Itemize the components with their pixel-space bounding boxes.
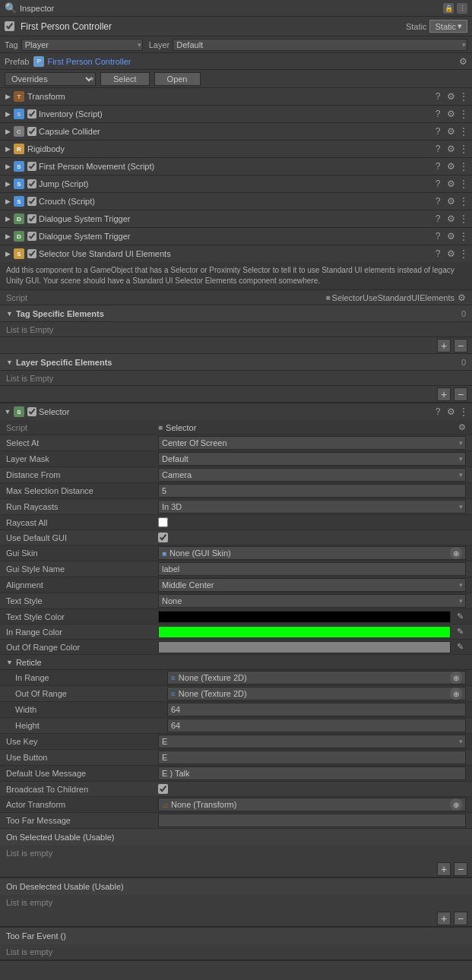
- dialogue2-settings-icon[interactable]: ⚙: [445, 231, 456, 242]
- reticle-section-header[interactable]: ▼ Reticle: [0, 655, 472, 670]
- inventory-more-icon[interactable]: ⋮: [458, 109, 469, 119]
- capsule-enabled-checkbox[interactable]: [27, 127, 36, 136]
- on-deselected-usable-remove-button[interactable]: −: [454, 912, 467, 925]
- capsule-settings-icon[interactable]: ⚙: [445, 126, 456, 137]
- overrides-select[interactable]: Overrides: [5, 72, 96, 86]
- prefab-gear-icon[interactable]: ⚙: [459, 56, 467, 67]
- tag-specific-section-header[interactable]: ▼ Tag Specific Elements 0: [0, 305, 472, 322]
- reticle-height-input[interactable]: [167, 719, 466, 732]
- in-range-color-swatch[interactable]: [158, 626, 451, 638]
- selector-more-icon[interactable]: ⋮: [458, 406, 469, 417]
- crouch-settings-icon[interactable]: ⚙: [445, 196, 456, 207]
- crouch-help-icon[interactable]: ?: [432, 196, 443, 207]
- fps-enabled-checkbox[interactable]: [27, 162, 36, 171]
- fps-settings-icon[interactable]: ⚙: [445, 161, 456, 172]
- capsule-more-icon[interactable]: ⋮: [458, 126, 469, 137]
- raycast-all-checkbox[interactable]: [158, 517, 168, 527]
- selector-script-gear-icon[interactable]: ⚙: [458, 422, 466, 432]
- object-enabled-checkbox[interactable]: [5, 21, 14, 31]
- tag-specific-add-button[interactable]: +: [437, 339, 451, 352]
- dialogue2-enabled-checkbox[interactable]: [27, 232, 36, 241]
- on-selected-usable-add-button[interactable]: +: [437, 862, 451, 876]
- dialogue2-help-icon[interactable]: ?: [432, 231, 443, 242]
- reticle-width-input[interactable]: [167, 703, 466, 716]
- inventory-header[interactable]: ▶ S Inventory (Script) ? ⚙ ⋮: [0, 106, 472, 122]
- selector-ui-header[interactable]: ▶ S Selector Use Standard UI Elements ? …: [0, 245, 472, 262]
- text-style-color-picker-icon[interactable]: ✎: [454, 611, 466, 623]
- jump-more-icon[interactable]: ⋮: [458, 179, 469, 189]
- actor-transform-add-icon[interactable]: ⊕: [450, 798, 462, 811]
- max-selection-distance-input[interactable]: [158, 484, 466, 498]
- out-of-range-color-picker-icon[interactable]: ✎: [454, 641, 466, 653]
- dialogue1-more-icon[interactable]: ⋮: [458, 213, 469, 224]
- text-style-color-swatch[interactable]: [158, 611, 451, 623]
- transform-more-icon[interactable]: ⋮: [458, 91, 469, 102]
- too-far-msg-input[interactable]: [158, 814, 466, 827]
- selector-ui-more-icon[interactable]: ⋮: [458, 248, 469, 259]
- out-of-range-color-swatch[interactable]: [158, 641, 451, 653]
- select-button[interactable]: Select: [100, 72, 150, 86]
- selector-help-icon[interactable]: ?: [432, 406, 443, 417]
- on-deselected-usable-add-button[interactable]: +: [437, 912, 451, 925]
- selector-script-value[interactable]: Selector: [166, 423, 455, 432]
- jump-header[interactable]: ▶ S Jump (Script) ? ⚙ ⋮: [0, 175, 472, 192]
- jump-enabled-checkbox[interactable]: [27, 179, 36, 188]
- layer-select[interactable]: Default: [173, 39, 467, 51]
- use-key-select[interactable]: E: [158, 735, 466, 748]
- lock-icon[interactable]: 🔒: [443, 3, 454, 14]
- layer-mask-select[interactable]: Default: [158, 452, 466, 466]
- select-at-select[interactable]: Center Of Screen: [158, 436, 466, 450]
- rigidbody-more-icon[interactable]: ⋮: [458, 144, 469, 154]
- more-options-icon[interactable]: ⋮: [457, 3, 467, 14]
- inventory-help-icon[interactable]: ?: [432, 109, 443, 119]
- layer-specific-add-button[interactable]: +: [437, 387, 451, 401]
- broadcast-to-children-checkbox[interactable]: [158, 784, 168, 794]
- crouch-header[interactable]: ▶ S Crouch (Script) ? ⚙ ⋮: [0, 193, 472, 210]
- distance-from-select[interactable]: Camera: [158, 468, 466, 482]
- static-button[interactable]: Static ▾: [429, 20, 467, 33]
- capsule-help-icon[interactable]: ?: [432, 126, 443, 137]
- text-style-select[interactable]: None: [158, 594, 466, 608]
- selector-ui-script-value[interactable]: SelectorUseStandardUIElements: [332, 293, 455, 302]
- alignment-select[interactable]: Middle Center: [158, 578, 466, 592]
- reticle-in-range-add-icon[interactable]: ⊕: [450, 672, 462, 684]
- jump-help-icon[interactable]: ?: [432, 179, 443, 189]
- rigidbody-help-icon[interactable]: ?: [432, 144, 443, 154]
- dialogue1-settings-icon[interactable]: ⚙: [445, 213, 456, 224]
- open-button[interactable]: Open: [154, 72, 201, 86]
- in-range-color-picker-icon[interactable]: ✎: [454, 626, 466, 638]
- fps-more-icon[interactable]: ⋮: [458, 161, 469, 172]
- reticle-out-range-add-icon[interactable]: ⊕: [450, 688, 462, 700]
- fps-movement-header[interactable]: ▶ S First Person Movement (Script) ? ⚙ ⋮: [0, 158, 472, 175]
- selector-ui-script-gear-icon[interactable]: ⚙: [458, 292, 466, 303]
- dialogue1-help-icon[interactable]: ?: [432, 213, 443, 224]
- gui-style-name-input[interactable]: [158, 562, 466, 576]
- selector-component-header[interactable]: ▼ S Selector ? ⚙ ⋮: [0, 403, 472, 420]
- layer-specific-remove-button[interactable]: −: [454, 387, 467, 401]
- run-raycasts-select[interactable]: In 3D: [158, 500, 466, 514]
- gui-skin-add-icon[interactable]: ⊕: [450, 547, 462, 559]
- transform-help-icon[interactable]: ?: [432, 91, 443, 102]
- crouch-more-icon[interactable]: ⋮: [458, 196, 469, 207]
- default-use-msg-input[interactable]: [158, 767, 466, 780]
- inventory-enabled-checkbox[interactable]: [27, 109, 36, 119]
- fps-help-icon[interactable]: ?: [432, 161, 443, 172]
- selector-enabled-checkbox[interactable]: [27, 407, 36, 416]
- use-default-gui-checkbox[interactable]: [158, 533, 168, 542]
- dialogue1-enabled-checkbox[interactable]: [27, 214, 36, 223]
- inventory-settings-icon[interactable]: ⚙: [445, 109, 456, 119]
- layer-specific-section-header[interactable]: ▼ Layer Specific Elements 0: [0, 354, 472, 371]
- transform-settings-icon[interactable]: ⚙: [445, 91, 456, 102]
- rigidbody-header[interactable]: ▶ R Rigidbody ? ⚙ ⋮: [0, 141, 472, 157]
- jump-settings-icon[interactable]: ⚙: [445, 179, 456, 189]
- selector-ui-enabled-checkbox[interactable]: [27, 249, 36, 258]
- selector-settings-icon[interactable]: ⚙: [445, 406, 456, 417]
- prefab-name[interactable]: First Person Controller: [47, 57, 459, 66]
- use-button-input[interactable]: [158, 751, 466, 764]
- selector-ui-help-icon[interactable]: ?: [432, 248, 443, 259]
- rigidbody-settings-icon[interactable]: ⚙: [445, 144, 456, 154]
- transform-header[interactable]: ▶ T Transform ? ⚙ ⋮: [0, 88, 472, 105]
- dialogue2-more-icon[interactable]: ⋮: [458, 231, 469, 242]
- capsule-collider-header[interactable]: ▶ C Capsule Collider ? ⚙ ⋮: [0, 123, 472, 140]
- dialogue-trigger2-header[interactable]: ▶ D Dialogue System Trigger ? ⚙ ⋮: [0, 228, 472, 245]
